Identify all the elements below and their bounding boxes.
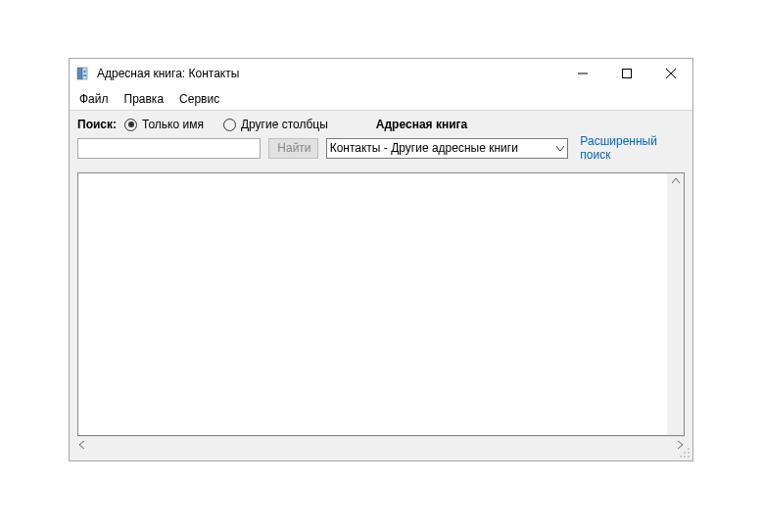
radio-other-cols-label: Другие столбцы — [241, 118, 328, 131]
advanced-search-link[interactable]: Расширенный поиск — [580, 134, 685, 162]
radio-name-only-icon — [124, 119, 137, 131]
menu-tools[interactable]: Сервис — [171, 90, 227, 108]
find-button[interactable]: Найти — [268, 138, 317, 159]
menu-file[interactable]: Файл — [71, 90, 117, 108]
menubar: Файл Правка Сервис — [70, 88, 692, 110]
list-body[interactable] — [78, 173, 667, 435]
svg-rect-1 — [82, 68, 87, 79]
scroll-up-icon — [672, 175, 680, 186]
address-book-select[interactable]: Контакты - Другие адресные книги — [326, 138, 569, 159]
titlebar: Адресная книга: Контакты — [70, 59, 692, 88]
address-book-selected: Контакты - Другие адресные книги — [330, 141, 518, 155]
vertical-scrollbar[interactable] — [667, 173, 684, 435]
radio-other-cols-icon — [223, 119, 236, 131]
scroll-left-icon — [79, 440, 85, 451]
radio-name-only-label: Только имя — [142, 118, 204, 131]
search-toolbar: Поиск: Только имя Другие столбцы Адресна… — [70, 110, 692, 167]
chevron-down-icon — [556, 141, 564, 155]
svg-rect-4 — [622, 70, 631, 78]
menu-edit[interactable]: Правка — [117, 90, 172, 108]
scroll-right-icon — [677, 440, 683, 451]
horizontal-scrollbar[interactable] — [77, 436, 685, 453]
address-book-label: Адресная книга — [376, 118, 467, 131]
maximize-button[interactable] — [604, 59, 648, 88]
search-label: Поиск: — [77, 118, 117, 131]
app-icon — [75, 66, 91, 81]
content-area — [70, 167, 692, 460]
address-book-window: Адресная книга: Контакты Файл Правка Сер… — [69, 58, 693, 461]
search-input[interactable] — [77, 138, 261, 159]
svg-rect-0 — [77, 68, 82, 79]
radio-name-only-group[interactable]: Только имя — [120, 118, 204, 131]
svg-point-2 — [83, 71, 85, 73]
window-title: Адресная книга: Контакты — [97, 67, 560, 80]
close-button[interactable] — [648, 59, 692, 88]
radio-other-cols-group[interactable]: Другие столбцы — [219, 118, 328, 131]
minimize-button[interactable] — [560, 59, 604, 88]
contacts-list — [77, 172, 685, 436]
window-controls — [560, 59, 692, 88]
